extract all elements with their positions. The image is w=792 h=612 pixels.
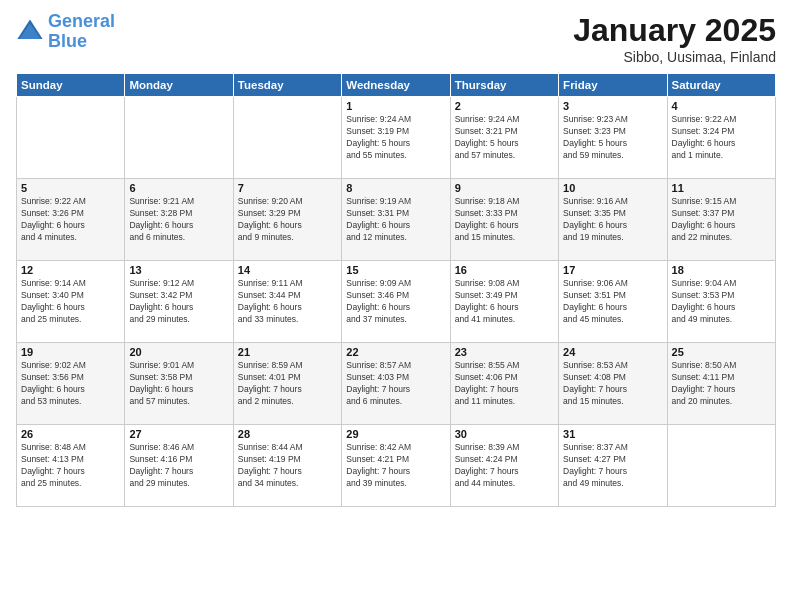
calendar-week-row: 19Sunrise: 9:02 AM Sunset: 3:56 PM Dayli… bbox=[17, 343, 776, 425]
day-info: Sunrise: 9:24 AM Sunset: 3:21 PM Dayligh… bbox=[455, 114, 554, 162]
calendar-day-cell: 22Sunrise: 8:57 AM Sunset: 4:03 PM Dayli… bbox=[342, 343, 450, 425]
calendar-day-cell: 28Sunrise: 8:44 AM Sunset: 4:19 PM Dayli… bbox=[233, 425, 341, 507]
day-info: Sunrise: 9:21 AM Sunset: 3:28 PM Dayligh… bbox=[129, 196, 228, 244]
calendar-day-cell: 6Sunrise: 9:21 AM Sunset: 3:28 PM Daylig… bbox=[125, 179, 233, 261]
calendar-week-row: 26Sunrise: 8:48 AM Sunset: 4:13 PM Dayli… bbox=[17, 425, 776, 507]
day-number: 3 bbox=[563, 100, 662, 112]
day-number: 18 bbox=[672, 264, 771, 276]
col-wednesday: Wednesday bbox=[342, 74, 450, 97]
day-info: Sunrise: 8:39 AM Sunset: 4:24 PM Dayligh… bbox=[455, 442, 554, 490]
day-number: 22 bbox=[346, 346, 445, 358]
calendar-day-cell: 26Sunrise: 8:48 AM Sunset: 4:13 PM Dayli… bbox=[17, 425, 125, 507]
calendar-day-cell: 16Sunrise: 9:08 AM Sunset: 3:49 PM Dayli… bbox=[450, 261, 558, 343]
day-number: 15 bbox=[346, 264, 445, 276]
col-sunday: Sunday bbox=[17, 74, 125, 97]
day-info: Sunrise: 8:44 AM Sunset: 4:19 PM Dayligh… bbox=[238, 442, 337, 490]
month-title: January 2025 bbox=[573, 12, 776, 49]
day-info: Sunrise: 9:11 AM Sunset: 3:44 PM Dayligh… bbox=[238, 278, 337, 326]
day-number: 12 bbox=[21, 264, 120, 276]
calendar-day-cell: 17Sunrise: 9:06 AM Sunset: 3:51 PM Dayli… bbox=[559, 261, 667, 343]
calendar-day-cell: 18Sunrise: 9:04 AM Sunset: 3:53 PM Dayli… bbox=[667, 261, 775, 343]
day-info: Sunrise: 8:37 AM Sunset: 4:27 PM Dayligh… bbox=[563, 442, 662, 490]
day-info: Sunrise: 8:48 AM Sunset: 4:13 PM Dayligh… bbox=[21, 442, 120, 490]
day-number: 11 bbox=[672, 182, 771, 194]
day-info: Sunrise: 9:19 AM Sunset: 3:31 PM Dayligh… bbox=[346, 196, 445, 244]
calendar-day-cell: 8Sunrise: 9:19 AM Sunset: 3:31 PM Daylig… bbox=[342, 179, 450, 261]
day-info: Sunrise: 9:14 AM Sunset: 3:40 PM Dayligh… bbox=[21, 278, 120, 326]
calendar-day-cell: 5Sunrise: 9:22 AM Sunset: 3:26 PM Daylig… bbox=[17, 179, 125, 261]
calendar-week-row: 1Sunrise: 9:24 AM Sunset: 3:19 PM Daylig… bbox=[17, 97, 776, 179]
day-number: 29 bbox=[346, 428, 445, 440]
day-info: Sunrise: 8:59 AM Sunset: 4:01 PM Dayligh… bbox=[238, 360, 337, 408]
calendar-day-cell: 11Sunrise: 9:15 AM Sunset: 3:37 PM Dayli… bbox=[667, 179, 775, 261]
day-info: Sunrise: 9:09 AM Sunset: 3:46 PM Dayligh… bbox=[346, 278, 445, 326]
day-info: Sunrise: 9:24 AM Sunset: 3:19 PM Dayligh… bbox=[346, 114, 445, 162]
calendar-day-cell: 29Sunrise: 8:42 AM Sunset: 4:21 PM Dayli… bbox=[342, 425, 450, 507]
day-number: 6 bbox=[129, 182, 228, 194]
day-number: 4 bbox=[672, 100, 771, 112]
day-info: Sunrise: 9:06 AM Sunset: 3:51 PM Dayligh… bbox=[563, 278, 662, 326]
calendar-day-cell: 31Sunrise: 8:37 AM Sunset: 4:27 PM Dayli… bbox=[559, 425, 667, 507]
day-number: 28 bbox=[238, 428, 337, 440]
calendar-header-row: Sunday Monday Tuesday Wednesday Thursday… bbox=[17, 74, 776, 97]
day-number: 25 bbox=[672, 346, 771, 358]
day-info: Sunrise: 8:55 AM Sunset: 4:06 PM Dayligh… bbox=[455, 360, 554, 408]
logo-line1: General bbox=[48, 11, 115, 31]
day-info: Sunrise: 9:12 AM Sunset: 3:42 PM Dayligh… bbox=[129, 278, 228, 326]
calendar-day-cell: 7Sunrise: 9:20 AM Sunset: 3:29 PM Daylig… bbox=[233, 179, 341, 261]
day-info: Sunrise: 9:23 AM Sunset: 3:23 PM Dayligh… bbox=[563, 114, 662, 162]
calendar-day-cell bbox=[17, 97, 125, 179]
day-number: 1 bbox=[346, 100, 445, 112]
calendar-day-cell: 2Sunrise: 9:24 AM Sunset: 3:21 PM Daylig… bbox=[450, 97, 558, 179]
page-container: General Blue January 2025 Sibbo, Uusimaa… bbox=[0, 0, 792, 612]
day-number: 19 bbox=[21, 346, 120, 358]
calendar-day-cell: 13Sunrise: 9:12 AM Sunset: 3:42 PM Dayli… bbox=[125, 261, 233, 343]
day-info: Sunrise: 9:15 AM Sunset: 3:37 PM Dayligh… bbox=[672, 196, 771, 244]
calendar-day-cell bbox=[667, 425, 775, 507]
day-info: Sunrise: 8:57 AM Sunset: 4:03 PM Dayligh… bbox=[346, 360, 445, 408]
day-number: 27 bbox=[129, 428, 228, 440]
day-info: Sunrise: 9:22 AM Sunset: 3:26 PM Dayligh… bbox=[21, 196, 120, 244]
calendar-day-cell: 19Sunrise: 9:02 AM Sunset: 3:56 PM Dayli… bbox=[17, 343, 125, 425]
calendar-table: Sunday Monday Tuesday Wednesday Thursday… bbox=[16, 73, 776, 507]
day-number: 26 bbox=[21, 428, 120, 440]
day-info: Sunrise: 9:18 AM Sunset: 3:33 PM Dayligh… bbox=[455, 196, 554, 244]
day-info: Sunrise: 9:04 AM Sunset: 3:53 PM Dayligh… bbox=[672, 278, 771, 326]
calendar-day-cell: 23Sunrise: 8:55 AM Sunset: 4:06 PM Dayli… bbox=[450, 343, 558, 425]
col-tuesday: Tuesday bbox=[233, 74, 341, 97]
day-number: 16 bbox=[455, 264, 554, 276]
logo-icon bbox=[16, 18, 44, 46]
day-number: 17 bbox=[563, 264, 662, 276]
calendar-day-cell: 1Sunrise: 9:24 AM Sunset: 3:19 PM Daylig… bbox=[342, 97, 450, 179]
day-number: 9 bbox=[455, 182, 554, 194]
day-number: 24 bbox=[563, 346, 662, 358]
day-info: Sunrise: 8:50 AM Sunset: 4:11 PM Dayligh… bbox=[672, 360, 771, 408]
day-info: Sunrise: 8:42 AM Sunset: 4:21 PM Dayligh… bbox=[346, 442, 445, 490]
day-number: 20 bbox=[129, 346, 228, 358]
day-number: 10 bbox=[563, 182, 662, 194]
calendar-day-cell: 21Sunrise: 8:59 AM Sunset: 4:01 PM Dayli… bbox=[233, 343, 341, 425]
calendar-day-cell: 24Sunrise: 8:53 AM Sunset: 4:08 PM Dayli… bbox=[559, 343, 667, 425]
logo-text: General Blue bbox=[48, 12, 115, 52]
calendar-week-row: 12Sunrise: 9:14 AM Sunset: 3:40 PM Dayli… bbox=[17, 261, 776, 343]
col-saturday: Saturday bbox=[667, 74, 775, 97]
day-info: Sunrise: 9:20 AM Sunset: 3:29 PM Dayligh… bbox=[238, 196, 337, 244]
calendar-day-cell: 20Sunrise: 9:01 AM Sunset: 3:58 PM Dayli… bbox=[125, 343, 233, 425]
calendar-day-cell: 15Sunrise: 9:09 AM Sunset: 3:46 PM Dayli… bbox=[342, 261, 450, 343]
title-block: January 2025 Sibbo, Uusimaa, Finland bbox=[573, 12, 776, 65]
col-friday: Friday bbox=[559, 74, 667, 97]
day-number: 8 bbox=[346, 182, 445, 194]
day-info: Sunrise: 9:08 AM Sunset: 3:49 PM Dayligh… bbox=[455, 278, 554, 326]
col-monday: Monday bbox=[125, 74, 233, 97]
calendar-day-cell: 12Sunrise: 9:14 AM Sunset: 3:40 PM Dayli… bbox=[17, 261, 125, 343]
calendar-day-cell: 10Sunrise: 9:16 AM Sunset: 3:35 PM Dayli… bbox=[559, 179, 667, 261]
col-thursday: Thursday bbox=[450, 74, 558, 97]
calendar-day-cell: 30Sunrise: 8:39 AM Sunset: 4:24 PM Dayli… bbox=[450, 425, 558, 507]
day-info: Sunrise: 8:53 AM Sunset: 4:08 PM Dayligh… bbox=[563, 360, 662, 408]
day-info: Sunrise: 8:46 AM Sunset: 4:16 PM Dayligh… bbox=[129, 442, 228, 490]
day-number: 2 bbox=[455, 100, 554, 112]
calendar-day-cell bbox=[233, 97, 341, 179]
calendar-day-cell: 9Sunrise: 9:18 AM Sunset: 3:33 PM Daylig… bbox=[450, 179, 558, 261]
calendar-day-cell: 3Sunrise: 9:23 AM Sunset: 3:23 PM Daylig… bbox=[559, 97, 667, 179]
calendar-day-cell: 27Sunrise: 8:46 AM Sunset: 4:16 PM Dayli… bbox=[125, 425, 233, 507]
